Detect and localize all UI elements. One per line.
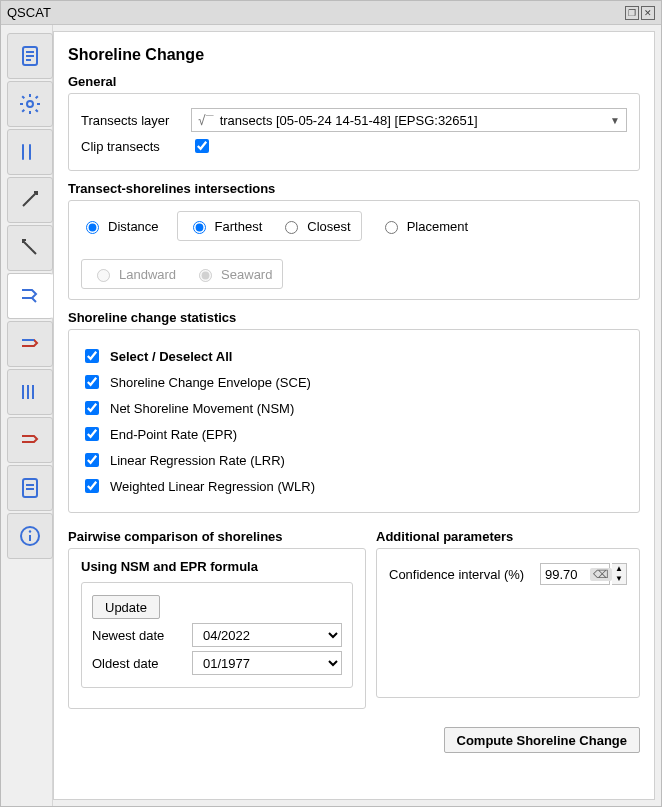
window-title: QSCAT — [7, 5, 51, 20]
stat-epr-label: End-Point Rate (EPR) — [110, 427, 237, 442]
transects-layer-value: transects [05-05-24 14-51-48] [EPSG:3265… — [220, 113, 478, 128]
intersections-label: Transect-shorelines intersections — [68, 181, 640, 196]
report-icon — [18, 476, 42, 500]
additional-label: Additional parameters — [376, 529, 640, 544]
line-layer-icon: √‾ — [198, 113, 214, 128]
newest-date-label: Newest date — [92, 628, 182, 643]
arrows-down-icon — [18, 236, 42, 260]
confidence-label: Confidence interval (%) — [389, 567, 530, 582]
closest-label: Closest — [307, 219, 350, 234]
pairwise-formula-label: Using NSM and EPR formula — [81, 559, 353, 574]
tab-multi[interactable] — [7, 369, 53, 415]
seaward-radio — [199, 269, 212, 282]
tab-project[interactable] — [7, 33, 53, 79]
seaward-label: Seaward — [221, 267, 272, 282]
general-label: General — [68, 74, 640, 89]
farthest-label: Farthest — [215, 219, 263, 234]
transects-layer-label: Transects layer — [81, 113, 181, 128]
select-all-label: Select / Deselect All — [110, 349, 232, 364]
svg-point-10 — [29, 530, 31, 532]
tab-transects-down[interactable] — [7, 225, 53, 271]
transects-layer-select[interactable]: √‾ transects [05-05-24 14-51-48] [EPSG:3… — [191, 108, 627, 132]
pairwise-label: Pairwise comparison of shorelines — [68, 529, 366, 544]
clear-icon[interactable]: ⌫ — [590, 568, 612, 581]
placement-subgroup: Landward Seaward — [81, 259, 283, 289]
window-restore-icon[interactable]: ❐ — [625, 6, 639, 20]
tab-transects-up[interactable] — [7, 177, 53, 223]
stat-wlr-label: Weighted Linear Regression (WLR) — [110, 479, 315, 494]
distance-subgroup: Farthest Closest — [177, 211, 362, 241]
stat-wlr-checkbox[interactable] — [85, 479, 99, 493]
by-distance-radio[interactable] — [86, 221, 99, 234]
additional-group: Confidence interval (%) ⌫ ▲ ▼ — [376, 548, 640, 698]
tab-baseline[interactable] — [7, 129, 53, 175]
tab-report[interactable] — [7, 465, 53, 511]
spin-up-icon[interactable]: ▲ — [612, 564, 626, 574]
intersections-group: Distance Farthest Closest — [68, 200, 640, 300]
multi-waves-icon — [18, 380, 42, 404]
by-placement-radio[interactable] — [385, 221, 398, 234]
oldest-date-select[interactable]: 01/1977 — [192, 651, 342, 675]
by-placement-label: Placement — [407, 219, 468, 234]
window-close-icon[interactable]: ✕ — [641, 6, 655, 20]
clip-transects-checkbox[interactable] — [195, 139, 209, 153]
waves-icon — [18, 140, 42, 164]
stat-nsm-label: Net Shoreline Movement (NSM) — [110, 401, 294, 416]
tab-compare[interactable] — [7, 321, 53, 367]
compute-button[interactable]: Compute Shoreline Change — [444, 727, 640, 753]
info-icon — [18, 524, 42, 548]
stats-label: Shoreline change statistics — [68, 310, 640, 325]
stat-sce-label: Shoreline Change Envelope (SCE) — [110, 375, 311, 390]
stat-lrr-label: Linear Regression Rate (LRR) — [110, 453, 285, 468]
closest-radio[interactable] — [285, 221, 298, 234]
svg-point-4 — [27, 101, 33, 107]
stat-epr-checkbox[interactable] — [85, 427, 99, 441]
gear-icon — [18, 92, 42, 116]
stat-nsm-checkbox[interactable] — [85, 401, 99, 415]
shoreline-change-icon — [18, 284, 42, 308]
summary-icon — [18, 428, 42, 452]
tab-settings[interactable] — [7, 81, 53, 127]
document-icon — [18, 44, 42, 68]
stats-group: Select / Deselect All Shoreline Change E… — [68, 329, 640, 513]
update-button[interactable]: Update — [92, 595, 160, 619]
select-all-checkbox[interactable] — [85, 349, 99, 363]
tab-summary[interactable] — [7, 417, 53, 463]
by-distance-label: Distance — [108, 219, 159, 234]
pairwise-group: Using NSM and EPR formula Update Newest … — [68, 548, 366, 709]
tab-shoreline-change[interactable] — [7, 273, 53, 319]
newest-date-select[interactable]: 04/2022 — [192, 623, 342, 647]
arrows-up-icon — [18, 188, 42, 212]
compare-icon — [18, 332, 42, 356]
farthest-radio[interactable] — [193, 221, 206, 234]
landward-label: Landward — [119, 267, 176, 282]
stat-sce-checkbox[interactable] — [85, 375, 99, 389]
oldest-date-label: Oldest date — [92, 656, 182, 671]
landward-radio — [97, 269, 110, 282]
tab-info[interactable] — [7, 513, 53, 559]
general-group: Transects layer √‾ transects [05-05-24 1… — [68, 93, 640, 171]
titlebar: QSCAT ❐ ✕ — [1, 1, 661, 25]
page-title: Shoreline Change — [68, 46, 640, 64]
stat-lrr-checkbox[interactable] — [85, 453, 99, 467]
clip-transects-label: Clip transects — [81, 139, 181, 154]
spin-down-icon[interactable]: ▼ — [612, 574, 626, 584]
main-panel: Shoreline Change General Transects layer… — [53, 31, 655, 800]
sidebar — [1, 25, 53, 806]
chevron-down-icon: ▼ — [610, 115, 620, 126]
